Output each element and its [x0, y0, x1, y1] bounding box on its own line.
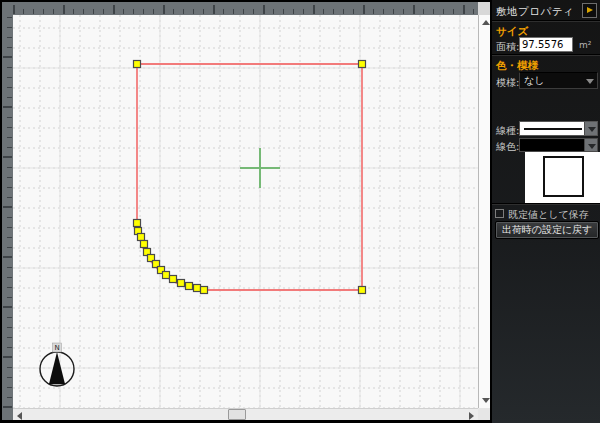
linecolor-select[interactable] [519, 138, 598, 152]
vertex-handle[interactable] [201, 287, 208, 294]
vertex-handle[interactable] [138, 234, 145, 241]
drawing-workspace: N [0, 0, 478, 423]
vertex-handle[interactable] [141, 241, 148, 248]
application-window: N 敷地プロパティ サイズ 面積: m² 色・模様 模様: なし [0, 0, 600, 423]
vertex-handle[interactable] [163, 272, 170, 279]
reset-to-factory-button[interactable]: 出荷時の設定に戻す [495, 221, 599, 239]
linecolor-label: 線色: [496, 140, 519, 154]
ruler-corner [2, 2, 13, 15]
scrollbar-corner [478, 408, 490, 420]
vertical-scrollbar[interactable] [478, 15, 490, 408]
ruler-minor-ticks [7, 15, 12, 408]
area-label: 面積: [496, 40, 519, 54]
scroll-right-icon[interactable] [469, 412, 474, 420]
color-pattern-section-header: 色・模様 [496, 59, 538, 73]
chevron-down-icon [586, 79, 594, 84]
divider [492, 54, 600, 55]
compass-north-label: N [54, 344, 59, 352]
ruler-corner [2, 408, 13, 420]
horizontal-ruler [13, 2, 478, 15]
drawing-canvas[interactable]: N [13, 15, 478, 408]
vertex-handle[interactable] [134, 220, 141, 227]
scroll-up-icon[interactable] [482, 20, 490, 25]
preview-square [543, 156, 584, 197]
panel-header: 敷地プロパティ [492, 0, 600, 21]
vertex-handle[interactable] [359, 287, 366, 294]
vertical-ruler [2, 15, 13, 408]
linetype-preview-solid-line [524, 128, 582, 130]
chevron-down-icon [588, 127, 596, 132]
dropdown-arrow-button[interactable] [584, 139, 597, 151]
scroll-down-icon[interactable] [482, 398, 490, 403]
save-as-default-label: 既定値として保存 [508, 208, 589, 222]
vertex-handle[interactable] [178, 280, 185, 287]
site-properties-panel: 敷地プロパティ サイズ 面積: m² 色・模様 模様: なし 線種: 線色: [490, 0, 600, 423]
site-plan-drawing: N [13, 15, 478, 408]
horizontal-scrollbar[interactable] [13, 408, 478, 420]
area-unit-label: m² [579, 40, 591, 50]
ruler-minor-ticks [13, 9, 478, 14]
shape-style-preview [525, 152, 600, 203]
vertex-handle[interactable] [170, 276, 177, 283]
panel-collapse-button[interactable] [582, 3, 597, 18]
vertex-handle[interactable] [186, 283, 193, 290]
vertex-handle[interactable] [134, 61, 141, 68]
panel-title: 敷地プロパティ [496, 5, 574, 19]
save-as-default-checkbox[interactable] [495, 209, 504, 218]
pattern-label: 模様: [496, 76, 519, 90]
chevron-down-icon [588, 144, 596, 149]
vertex-handle[interactable] [359, 61, 366, 68]
divider [492, 203, 600, 204]
linetype-select[interactable] [519, 121, 598, 136]
scroll-left-icon[interactable] [17, 412, 22, 420]
pattern-selected-value: なし [524, 75, 544, 86]
horizontal-scrollbar-thumb[interactable] [228, 409, 246, 420]
right-triangle-icon [587, 7, 593, 13]
dropdown-arrow-button[interactable] [584, 122, 597, 135]
scrollbar-corner [478, 2, 490, 15]
pattern-select[interactable]: なし [519, 72, 598, 89]
vertex-handle[interactable] [194, 285, 201, 292]
area-input[interactable] [519, 37, 573, 52]
linetype-label: 線種: [496, 124, 519, 138]
